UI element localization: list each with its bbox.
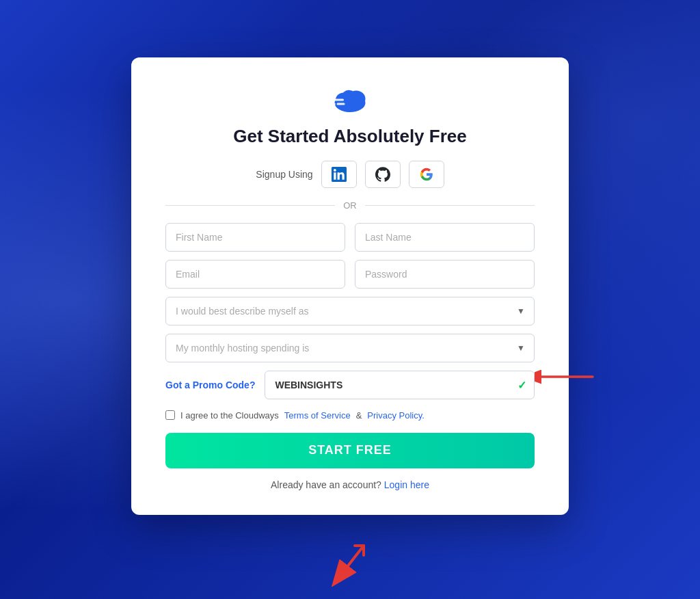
describe-select-wrapper: I would best describe myself as Develope… [165, 297, 535, 325]
terms-of-service-link[interactable]: Terms of Service [284, 410, 351, 421]
svg-rect-5 [337, 103, 345, 105]
linkedin-icon [332, 167, 347, 182]
describe-select[interactable]: I would best describe myself as Develope… [165, 297, 535, 325]
spending-select[interactable]: My monthly hosting spending is $0 - $50 … [165, 334, 535, 362]
promo-input[interactable] [265, 371, 535, 399]
promo-arrow-icon [535, 363, 596, 390]
github-button[interactable] [365, 161, 401, 188]
bottom-arrow-icon [326, 539, 374, 587]
linkedin-button[interactable] [321, 161, 357, 188]
svg-rect-6 [332, 103, 336, 105]
terms-row: I agree to the Cloudways Terms of Servic… [165, 410, 535, 421]
credentials-row [165, 260, 535, 289]
start-free-button[interactable]: START FREE [165, 433, 535, 468]
privacy-policy-link[interactable]: Privacy Policy. [367, 410, 425, 421]
already-have-account-text: Already have an account? [271, 479, 381, 490]
or-divider: OR [165, 200, 535, 211]
terms-text: I agree to the Cloudways [180, 410, 279, 421]
signup-using-row: Signup Using [165, 161, 535, 188]
promo-section: Got a Promo Code? ✓ [165, 371, 535, 399]
or-text: OR [343, 200, 357, 211]
promo-row: Got a Promo Code? ✓ [165, 371, 535, 399]
logo-area [165, 85, 535, 115]
terms-checkbox[interactable] [165, 410, 175, 420]
first-name-input[interactable] [165, 223, 345, 252]
promo-input-wrapper: ✓ [265, 371, 535, 399]
page-title: Get Started Absolutely Free [165, 126, 535, 147]
spending-select-wrapper: My monthly hosting spending is $0 - $50 … [165, 334, 535, 362]
name-row [165, 223, 535, 252]
svg-rect-4 [334, 98, 344, 101]
promo-check-icon: ✓ [517, 378, 526, 391]
github-icon [375, 167, 390, 182]
last-name-input[interactable] [355, 223, 535, 252]
email-input[interactable] [165, 260, 345, 289]
svg-point-3 [342, 90, 356, 103]
signup-card: Get Started Absolutely Free Signup Using [131, 57, 569, 515]
google-icon [420, 168, 433, 181]
promo-label[interactable]: Got a Promo Code? [165, 380, 255, 390]
login-here-link[interactable]: Login here [384, 479, 429, 490]
google-button[interactable] [409, 161, 444, 188]
signup-using-label: Signup Using [256, 169, 312, 180]
svg-line-10 [340, 546, 364, 576]
cloud-logo [329, 85, 371, 115]
password-input[interactable] [355, 260, 535, 289]
terms-ampersand: & [356, 410, 362, 421]
login-row: Already have an account? Login here [165, 479, 535, 490]
